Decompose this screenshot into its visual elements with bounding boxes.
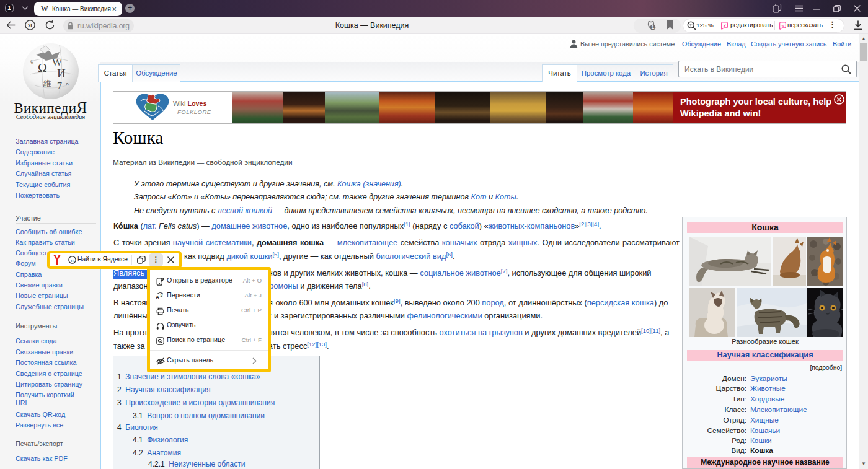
svg-text:維: 維 [43, 79, 51, 88]
svg-text:И: И [57, 67, 66, 80]
svg-text:文: 文 [159, 292, 164, 298]
svg-text:ة: ة [66, 80, 69, 87]
svg-text:Ω: Ω [38, 61, 47, 75]
svg-text:я: я [71, 258, 73, 263]
svg-text:7: 7 [57, 81, 62, 91]
svg-text:1: 1 [651, 24, 654, 30]
svg-text:«: « [781, 23, 784, 28]
svg-text:Я: Я [28, 22, 32, 28]
